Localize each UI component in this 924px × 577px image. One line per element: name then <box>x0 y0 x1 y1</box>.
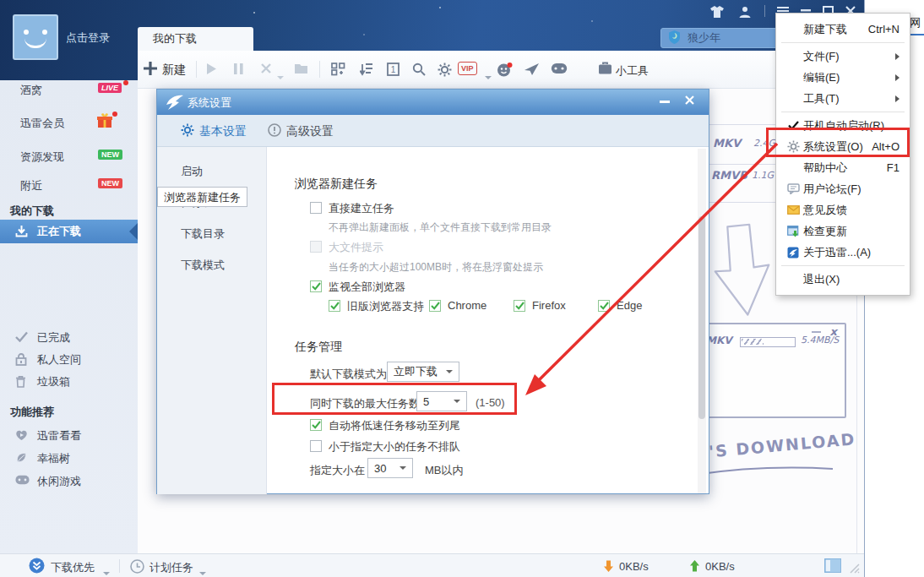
scheduled-caret[interactable] <box>199 565 206 577</box>
settings-gear-icon[interactable] <box>438 63 452 79</box>
submenu-arrow-icon <box>895 74 900 81</box>
default-mode-select[interactable]: 立即下载 <box>387 362 459 382</box>
search-tasks-icon[interactable] <box>412 63 426 79</box>
menu-item-about[interactable]: 关于迅雷...(A) <box>776 242 910 263</box>
menu-item-autostart[interactable]: 开机自动启动(R) <box>776 115 910 136</box>
max-tasks-select[interactable]: 5 <box>416 391 467 411</box>
sidebar-section-my-downloads: 我的下载 <box>10 204 54 219</box>
checkbox-edge[interactable] <box>598 300 610 312</box>
checkbox-label[interactable]: 监视全部浏览器 <box>329 280 405 295</box>
nav-item-download-mode[interactable]: 下载模式 <box>157 249 266 280</box>
menu-item-label: 用户论坛(F) <box>803 182 861 197</box>
checkbox-direct-task[interactable] <box>310 202 322 214</box>
checkbox-lowspeed-move[interactable] <box>310 419 322 431</box>
checkbox-label[interactable]: 小于指定大小的任务不排队 <box>329 439 460 455</box>
panel-toggle-icon[interactable] <box>824 558 841 575</box>
status-bar: 下载优先 计划任务 0KB/s 0KB/s <box>0 553 865 577</box>
sidebar-item-private-space[interactable]: 私人空间 <box>0 351 138 371</box>
user-icon[interactable] <box>738 5 752 19</box>
game-icon[interactable] <box>551 63 568 77</box>
sidebar-item-trash[interactable]: 垃圾箱 <box>0 373 138 393</box>
live-badge: LIVE <box>98 83 122 93</box>
menu-item-new-download[interactable]: 新建下载 Ctrl+N <box>776 19 910 40</box>
vip-dropdown-caret[interactable] <box>485 69 492 82</box>
menu-item-help-center[interactable]: 帮助中心 F1 <box>776 157 910 178</box>
checkbox-label[interactable]: Firefox <box>532 299 566 312</box>
sidebar-item-label: 幸福树 <box>37 451 70 466</box>
checkbox-label[interactable]: Edge <box>617 299 642 312</box>
new-task-icon[interactable] <box>143 61 158 79</box>
checkbox-small-noqueue[interactable] <box>310 440 322 452</box>
sidebar-item-nearby[interactable]: 附近 NEW <box>0 177 138 197</box>
checkbox-bigfile-hint[interactable] <box>310 241 322 253</box>
sidebar-item-jiuwo[interactable]: 酒窝 LIVE <box>0 81 138 101</box>
menu-item-label: 帮助中心 <box>803 161 847 176</box>
sidebar-item-happy-tree[interactable]: 幸福树 <box>0 449 138 470</box>
sidebar-item-downloading[interactable]: 正在下载 <box>0 220 138 243</box>
download-speed-icon <box>603 560 614 574</box>
batch-tasks-icon[interactable] <box>331 63 345 79</box>
dialog-close-icon[interactable] <box>684 95 695 108</box>
checkbox-label[interactable]: 直接建立任务 <box>329 201 394 216</box>
nav-item-download-directory[interactable]: 下载目录 <box>157 218 266 249</box>
dialog-scrollbar-thumb[interactable] <box>698 216 705 419</box>
menu-item-exit[interactable]: 退出(X) <box>776 269 910 290</box>
tab-basic-settings[interactable]: 基本设置 <box>181 123 247 139</box>
menu-item-file[interactable]: 文件(F) <box>776 46 910 67</box>
sidebar-item-vip-member[interactable]: 迅雷会员 <box>0 114 138 134</box>
checkbox-desc: 不再弹出新建面板，单个文件直接下载到常用目录 <box>329 220 552 235</box>
checkbox-legacy-browser[interactable] <box>329 300 340 312</box>
new-badge-green: NEW <box>98 150 122 160</box>
menu-item-check-update[interactable]: 检查更新 <box>776 220 910 242</box>
new-task-button[interactable]: 新建 <box>162 63 186 78</box>
skin-icon[interactable] <box>709 5 725 19</box>
sidebar-item-resources[interactable]: 资源发现 NEW <box>0 148 138 168</box>
message-smiley-icon[interactable] <box>497 63 513 80</box>
open-folder-icon[interactable] <box>294 63 308 77</box>
checkbox-firefox[interactable] <box>514 300 525 312</box>
checkbox-desc: 当任务的大小超过100MB时，将在悬浮窗处提示 <box>329 260 543 275</box>
priority-caret[interactable] <box>103 565 110 577</box>
tab-advanced-settings[interactable]: 高级设置 <box>268 123 334 139</box>
field-label: 同时下载的最大任务数 <box>310 396 420 411</box>
checkbox-monitor-browsers[interactable] <box>310 280 322 292</box>
sidebar-item-completed[interactable]: 已完成 <box>0 329 138 349</box>
resize-grip[interactable] <box>848 562 860 576</box>
menu-item-label: 检查更新 <box>803 224 847 239</box>
start-icon[interactable] <box>205 63 218 78</box>
pause-icon[interactable] <box>233 63 244 78</box>
login-link[interactable]: 点击登录 <box>66 30 110 46</box>
checkbox-label[interactable]: Chrome <box>448 299 486 312</box>
sidebar-item-label: 资源发现 <box>20 150 64 165</box>
sidebar-item-label: 已完成 <box>37 330 70 346</box>
delete-icon[interactable] <box>260 63 272 77</box>
download-priority-button[interactable]: 下载优先 <box>51 560 95 575</box>
bird-share-icon[interactable] <box>524 63 540 79</box>
checkbox-label[interactable]: 自动将低速任务移动至列尾 <box>329 418 460 433</box>
size-select[interactable]: 30 <box>367 458 413 478</box>
dialog-minimize-icon[interactable] <box>660 101 670 103</box>
delete-dropdown-caret[interactable] <box>277 69 284 82</box>
menu-item-user-forum[interactable]: 用户论坛(F) <box>776 178 910 199</box>
dialog-titlebar[interactable]: 系统设置 <box>157 90 709 115</box>
menu-item-shortcut: Ctrl+N <box>868 23 900 35</box>
checkbox-label[interactable]: 旧版浏览器支持 <box>347 299 424 314</box>
checkbox-chrome[interactable] <box>429 300 441 312</box>
menu-item-tools[interactable]: 工具(T) <box>776 88 910 109</box>
menu-item-edit[interactable]: 编辑(E) <box>776 67 910 88</box>
avatar[interactable] <box>13 14 58 60</box>
sidebar-item-casual-games[interactable]: 休闲游戏 <box>0 472 138 493</box>
menu-item-feedback[interactable]: 意见反馈 <box>776 199 910 220</box>
menu-item-system-settings[interactable]: 系统设置(O) Alt+O <box>776 136 910 157</box>
toolbox-icon[interactable] <box>598 62 612 78</box>
number-filter-icon[interactable]: 1 <box>387 63 399 79</box>
settings-dialog: 系统设置 基本设置 高级设置 启动 浏览器新建任务 任务 <box>156 89 709 494</box>
sort-icon[interactable] <box>360 63 373 79</box>
toolbox-button[interactable]: 小工具 <box>616 63 649 79</box>
svg-text:1: 1 <box>391 65 396 74</box>
sidebar-item-kankan[interactable]: 迅雷看看 <box>0 427 138 447</box>
tab-my-downloads[interactable]: 我的下载 <box>138 27 253 51</box>
nav-item-browser-new-task[interactable]: 浏览器新建任务 <box>157 187 247 207</box>
scheduled-tasks-button[interactable]: 计划任务 <box>149 560 193 575</box>
vip-icon[interactable]: VIP <box>458 62 477 75</box>
